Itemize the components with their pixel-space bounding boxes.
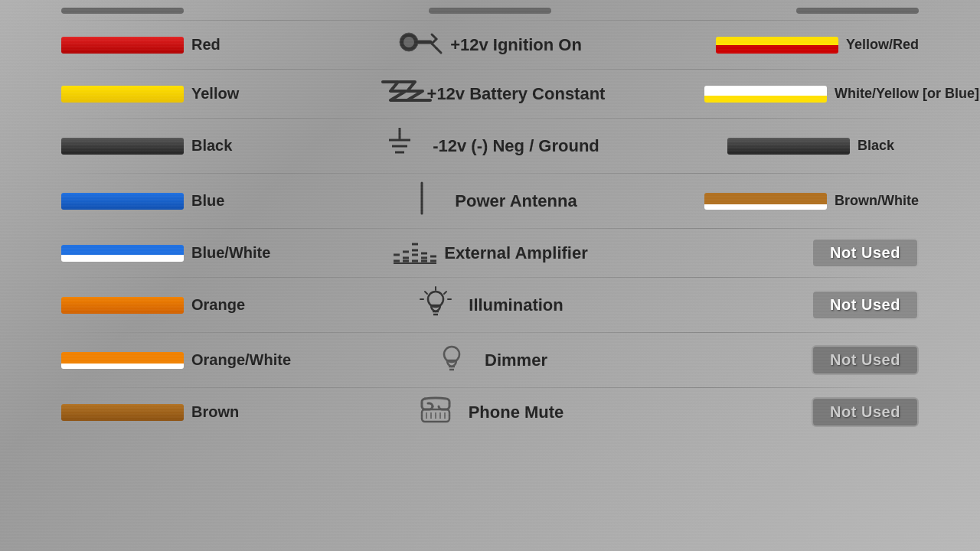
not-used-badge-phone: Not Used: [812, 397, 919, 427]
wire-bar-phone: [61, 404, 184, 421]
func-label-phone: Phone Mute: [469, 403, 564, 422]
func-icon-phone: [416, 396, 455, 429]
wire-bar-battery: [61, 86, 184, 103]
accord-wire-ignition: [716, 37, 838, 54]
std-col-dimmer: Orange/White: [61, 351, 276, 369]
func-col-battery: +12v Battery Constant: [314, 77, 666, 110]
accord-col-phone: Not Used: [704, 397, 919, 427]
func-icon-battery: [375, 77, 413, 110]
func-label-ignition: +12v Ignition On: [450, 35, 582, 55]
accord-wire-antenna: [704, 193, 827, 210]
wire-row-illumination: Orange IlluminationNot Used: [54, 279, 926, 331]
wire-row-dimmer: Orange/White DimmerNot Used: [54, 334, 926, 386]
func-col-antenna: Power Antenna: [314, 181, 666, 220]
wire-row-battery: Yellow +12v Battery ConstantWhite/Yellow…: [54, 71, 926, 116]
func-label-dimmer: Dimmer: [485, 350, 547, 370]
not-used-badge-amplifier: Not Used: [812, 238, 919, 268]
svg-line-6: [436, 48, 441, 53]
divider-3: [54, 228, 926, 229]
accord-label-antenna: Brown/White: [835, 193, 919, 209]
svg-line-33: [425, 292, 427, 294]
std-col-phone: Brown: [61, 403, 276, 421]
svg-point-1: [403, 37, 414, 47]
wire-row-ignition: Red +12v Ignition OnYellow/Red: [54, 22, 926, 67]
header-row: [54, 8, 926, 14]
std-col-battery: Yellow: [61, 85, 276, 103]
accord-label-ground: Black: [858, 138, 919, 154]
func-icon-dimmer: [433, 341, 471, 380]
accord-col-illumination: Not Used: [704, 290, 919, 320]
func-label-amplifier: External Amplifier: [444, 243, 587, 263]
std-col-illumination: Orange: [61, 296, 276, 314]
std-col-amplifier: Blue/White: [61, 244, 276, 262]
accord-col-amplifier: Not Used: [704, 238, 919, 268]
accord-col-battery: White/Yellow [or Blue]: [704, 86, 919, 103]
divider-4: [54, 277, 926, 278]
svg-line-31: [444, 292, 446, 294]
func-col-ignition: +12v Ignition On: [314, 28, 666, 61]
header-standard: [61, 8, 184, 14]
accord-col-ignition: Yellow/Red: [704, 37, 919, 54]
header-accord: [796, 8, 919, 14]
wire-row-antenna: Blue Power AntennaBrown/White: [54, 175, 926, 227]
func-label-antenna: Power Antenna: [455, 191, 577, 211]
header-divider: [54, 20, 926, 21]
wire-bar-ignition: [61, 37, 184, 54]
func-icon-ground: [381, 126, 419, 165]
std-col-ground: Black: [61, 137, 276, 155]
main-container: Red +12v Ignition OnYellow/RedYellow +12…: [38, 0, 942, 442]
not-used-badge-illumination: Not Used: [812, 290, 919, 320]
accord-wire-battery: [704, 86, 827, 103]
wire-row-amplifier: Blue/White External AmplifierNot Used: [54, 230, 926, 276]
func-col-dimmer: Dimmer: [314, 341, 666, 380]
not-used-badge-dimmer: Not Used: [812, 345, 919, 375]
accord-label-ignition: Yellow/Red: [846, 37, 919, 53]
func-label-ground: -12v (-) Neg / Ground: [433, 136, 599, 156]
func-col-ground: -12v (-) Neg / Ground: [314, 126, 666, 165]
func-label-illumination: Illumination: [469, 295, 563, 315]
wire-row-phone: Brown Phone MuteNot Used: [54, 390, 926, 435]
func-icon-illumination: [416, 285, 455, 324]
func-col-phone: Phone Mute: [314, 396, 666, 429]
wire-bar-ground: [61, 138, 184, 155]
std-col-ignition: Red: [61, 36, 276, 54]
wire-label-phone: Brown: [191, 403, 239, 421]
func-col-illumination: Illumination: [314, 285, 666, 324]
accord-label-battery: White/Yellow [or Blue]: [835, 86, 919, 102]
wire-label-ignition: Red: [191, 36, 220, 54]
wire-bar-antenna: [61, 193, 184, 210]
wire-label-ground: Black: [191, 137, 232, 155]
func-icon-ignition: [398, 28, 436, 61]
wire-label-amplifier: Blue/White: [191, 244, 270, 262]
wire-label-antenna: Blue: [191, 192, 224, 210]
divider-6: [54, 387, 926, 388]
wire-label-dimmer: Orange/White: [191, 351, 291, 369]
std-col-antenna: Blue: [61, 192, 276, 210]
func-icon-amplifier: [392, 236, 430, 269]
accord-col-antenna: Brown/White: [704, 193, 919, 210]
divider-2: [54, 173, 926, 174]
accord-wire-ground: [727, 138, 850, 155]
wire-bar-illumination: [61, 297, 184, 314]
wire-bar-amplifier: [61, 245, 184, 262]
wire-row-ground: Black -12v (-) Neg / GroundBlack: [54, 120, 926, 171]
wire-bar-dimmer: [61, 352, 184, 369]
func-col-amplifier: External Amplifier: [314, 236, 666, 269]
wire-label-battery: Yellow: [191, 85, 239, 103]
wire-label-illumination: Orange: [191, 296, 245, 314]
divider-1: [54, 118, 926, 119]
accord-col-ground: Black: [704, 138, 919, 155]
func-label-battery: +12v Battery Constant: [427, 84, 606, 104]
divider-5: [54, 332, 926, 333]
accord-col-dimmer: Not Used: [704, 345, 919, 375]
divider-0: [54, 69, 926, 70]
rows-container: Red +12v Ignition OnYellow/RedYellow +12…: [54, 22, 926, 435]
header-function: [429, 8, 551, 14]
func-icon-antenna: [403, 181, 441, 220]
